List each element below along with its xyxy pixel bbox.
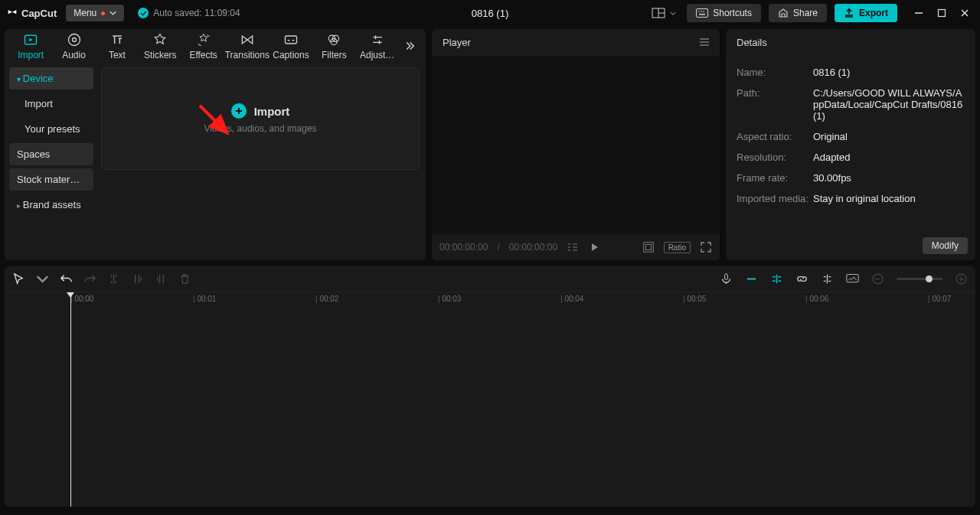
close-button[interactable] — [960, 8, 969, 18]
autosnap-button[interactable] — [770, 272, 783, 285]
svg-point-5 — [701, 11, 702, 12]
sidebar-item-brand[interactable]: Brand assets — [9, 194, 93, 216]
zoom-in-button[interactable] — [955, 272, 968, 285]
svg-point-6 — [703, 11, 704, 12]
details-panel: Details Name:0816 (1) Path:C:/Users/GOOD… — [726, 29, 975, 260]
splitleft-button[interactable] — [131, 272, 144, 285]
ruler-tick: 00:02 — [315, 295, 338, 303]
split-right-icon — [155, 272, 168, 285]
magnet-icon — [745, 272, 758, 285]
adjust-icon — [370, 32, 385, 47]
zoom-slider[interactable] — [897, 278, 942, 280]
window-controls — [914, 8, 974, 18]
main-row: Import Audio Text Stickers Effects Trans… — [0, 26, 980, 260]
detail-name-label: Name: — [737, 67, 813, 78]
sidebar-item-spaces[interactable]: Spaces — [9, 143, 93, 165]
captions-icon — [283, 32, 299, 47]
player-header: Player — [432, 29, 720, 56]
split-icon — [107, 272, 120, 285]
shortcuts-button[interactable]: Shortcuts — [687, 4, 761, 22]
svg-rect-17 — [643, 243, 652, 252]
media-panel: Import Audio Text Stickers Effects Trans… — [5, 29, 426, 260]
transitions-icon — [240, 32, 255, 47]
app-logo: CapCut — [6, 7, 57, 19]
magnet-button[interactable] — [745, 272, 758, 285]
project-title: 0816 (1) — [472, 8, 508, 19]
media-tabs: Import Audio Text Stickers Effects Trans… — [5, 29, 426, 63]
redo-icon — [83, 272, 96, 285]
tab-transitions[interactable]: Transitions — [225, 30, 270, 63]
slider-thumb[interactable] — [926, 275, 933, 282]
export-button[interactable]: Export — [835, 4, 897, 22]
modify-button[interactable]: Modify — [923, 237, 968, 254]
snap-icon — [770, 272, 783, 285]
splitright-button[interactable] — [155, 272, 168, 285]
timeline-toolbar — [5, 266, 975, 292]
select-tool[interactable] — [12, 272, 25, 285]
layout-button[interactable] — [648, 4, 679, 22]
sidebar-item-import[interactable]: Import — [9, 93, 93, 115]
timecode-total: 00:00:00:00 — [509, 242, 557, 253]
minimize-button[interactable] — [914, 8, 923, 18]
media-sidebar: Device Import Your presets Spaces Stock … — [5, 63, 98, 260]
layout-icon — [652, 8, 665, 18]
tab-filters[interactable]: Filters — [312, 30, 355, 63]
split-button[interactable] — [107, 272, 120, 285]
tab-captions[interactable]: Captions — [270, 30, 312, 63]
tab-adjust[interactable]: Adjust… — [356, 30, 399, 63]
player-menu-button[interactable] — [698, 37, 710, 49]
play-button[interactable] — [588, 241, 600, 253]
detail-res-label: Resolution: — [737, 152, 813, 163]
maximize-button[interactable] — [937, 8, 946, 18]
preview-button[interactable] — [821, 272, 834, 285]
tab-effects[interactable]: Effects — [181, 30, 224, 63]
tab-import[interactable]: Import — [9, 30, 52, 63]
redo-button[interactable] — [83, 272, 96, 285]
sidebar-item-presets[interactable]: Your presets — [9, 118, 93, 140]
svg-point-11 — [68, 34, 80, 46]
filters-icon — [326, 32, 341, 47]
plus-icon — [231, 103, 247, 119]
sidebar-item-device[interactable]: Device — [9, 67, 93, 90]
play-icon — [588, 241, 600, 253]
cover-icon — [846, 272, 859, 285]
app-name: CapCut — [21, 8, 57, 19]
capcut-logo-icon — [6, 7, 18, 19]
link-icon — [795, 272, 808, 285]
cover-button[interactable] — [846, 272, 859, 285]
timeline-ruler[interactable]: 00:00 00:01 00:02 00:03 00:04 00:05 00:0… — [5, 292, 975, 308]
player-viewport[interactable] — [432, 56, 720, 234]
plus-circle-icon — [955, 272, 968, 285]
tab-audio[interactable]: Audio — [52, 30, 95, 63]
import-drop-zone[interactable]: Import Videos, audios, and images — [101, 67, 420, 170]
ruler-tick: 00:06 — [805, 295, 828, 303]
link-button[interactable] — [795, 272, 808, 285]
detail-name-value: 0816 (1) — [813, 67, 850, 78]
tabs-more-button[interactable] — [399, 39, 421, 53]
text-icon — [109, 32, 125, 47]
detail-aspect-value: Original — [813, 131, 848, 142]
tab-stickers[interactable]: Stickers — [139, 30, 181, 63]
playhead[interactable] — [70, 292, 71, 507]
topbar-right: Shortcuts Share Export — [648, 4, 974, 22]
ruler-tick: 00:03 — [438, 295, 461, 303]
cursor-icon — [12, 272, 25, 285]
zoom-out-button[interactable] — [871, 272, 884, 285]
mic-button[interactable] — [720, 272, 733, 285]
scale-button[interactable] — [642, 241, 655, 253]
player-list-button[interactable] — [567, 241, 579, 253]
ruler-tick: 00:01 — [193, 295, 216, 303]
undo-button[interactable] — [60, 272, 73, 285]
tab-text[interactable]: Text — [96, 30, 139, 63]
menu-button[interactable]: Menu — [66, 5, 124, 21]
delete-button[interactable] — [178, 272, 191, 285]
share-button[interactable]: Share — [769, 4, 827, 22]
sidebar-item-stock[interactable]: Stock mater… — [9, 168, 93, 191]
fullscreen-button[interactable] — [700, 241, 712, 253]
detail-res-value: Adapted — [813, 152, 850, 163]
select-tool-dropdown[interactable] — [36, 272, 49, 285]
share-icon — [778, 8, 789, 18]
autosave-status: Auto saved: 11:09:04 — [138, 8, 240, 18]
ratio-button[interactable]: Ratio — [664, 242, 691, 253]
chevron-right-double-icon — [403, 39, 416, 53]
